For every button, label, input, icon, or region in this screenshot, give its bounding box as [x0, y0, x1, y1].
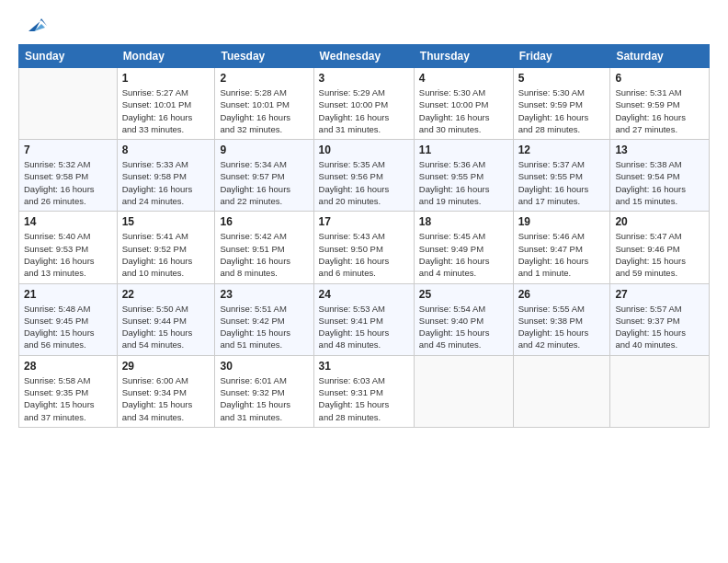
day-number: 15: [122, 215, 210, 228]
day-number: 1: [122, 72, 210, 85]
logo-icon: [21, 11, 49, 39]
day-number: 7: [24, 144, 112, 156]
day-info: Sunrise: 5:29 AM Sunset: 10:00 PM Daylig…: [319, 86, 409, 135]
day-info: Sunrise: 5:30 AM Sunset: 10:00 PM Daylig…: [419, 86, 508, 135]
day-info: Sunrise: 5:37 AM Sunset: 9:55 PM Dayligh…: [518, 158, 606, 207]
day-info: Sunrise: 5:42 AM Sunset: 9:51 PM Dayligh…: [220, 230, 308, 279]
day-cell: [513, 355, 610, 427]
day-cell: 9Sunrise: 5:34 AM Sunset: 9:57 PM Daylig…: [215, 140, 313, 212]
day-cell: 26Sunrise: 5:55 AM Sunset: 9:38 PM Dayli…: [513, 283, 610, 355]
day-info: Sunrise: 5:32 AM Sunset: 9:58 PM Dayligh…: [24, 158, 112, 207]
day-number: 20: [615, 215, 704, 228]
header-row: SundayMondayTuesdayWednesdayThursdayFrid…: [19, 45, 710, 68]
day-cell: 6Sunrise: 5:31 AM Sunset: 9:59 PM Daylig…: [610, 68, 710, 140]
day-number: 16: [220, 215, 308, 228]
day-info: Sunrise: 5:31 AM Sunset: 9:59 PM Dayligh…: [615, 86, 704, 135]
week-row-2: 7Sunrise: 5:32 AM Sunset: 9:58 PM Daylig…: [19, 140, 710, 212]
day-number: 17: [319, 215, 409, 228]
day-cell: 1Sunrise: 5:27 AM Sunset: 10:01 PM Dayli…: [117, 68, 215, 140]
logo: [18, 15, 49, 39]
week-row-1: 1Sunrise: 5:27 AM Sunset: 10:01 PM Dayli…: [19, 68, 710, 140]
day-number: 4: [419, 72, 508, 85]
col-header-wednesday: Wednesday: [313, 45, 414, 68]
day-cell: 22Sunrise: 5:50 AM Sunset: 9:44 PM Dayli…: [117, 283, 215, 355]
day-info: Sunrise: 6:03 AM Sunset: 9:31 PM Dayligh…: [319, 374, 409, 423]
day-number: 18: [419, 215, 508, 228]
day-cell: 28Sunrise: 5:58 AM Sunset: 9:35 PM Dayli…: [19, 355, 118, 427]
day-info: Sunrise: 5:41 AM Sunset: 9:52 PM Dayligh…: [122, 230, 210, 279]
day-info: Sunrise: 5:57 AM Sunset: 9:37 PM Dayligh…: [615, 303, 704, 351]
day-info: Sunrise: 5:54 AM Sunset: 9:40 PM Dayligh…: [419, 303, 508, 351]
day-cell: 11Sunrise: 5:36 AM Sunset: 9:55 PM Dayli…: [414, 140, 513, 212]
day-number: 6: [615, 72, 704, 85]
col-header-monday: Monday: [117, 45, 215, 68]
day-number: 10: [319, 144, 409, 156]
week-row-4: 21Sunrise: 5:48 AM Sunset: 9:45 PM Dayli…: [19, 283, 710, 355]
page: SundayMondayTuesdayWednesdayThursdayFrid…: [0, 0, 728, 442]
day-number: 30: [220, 360, 308, 373]
day-number: 31: [319, 360, 409, 373]
day-info: Sunrise: 5:33 AM Sunset: 9:58 PM Dayligh…: [122, 158, 210, 207]
header: [18, 15, 710, 39]
day-info: Sunrise: 5:55 AM Sunset: 9:38 PM Dayligh…: [518, 303, 606, 351]
day-info: Sunrise: 5:46 AM Sunset: 9:47 PM Dayligh…: [518, 230, 606, 279]
day-number: 12: [518, 144, 606, 156]
day-cell: 4Sunrise: 5:30 AM Sunset: 10:00 PM Dayli…: [414, 68, 513, 140]
col-header-thursday: Thursday: [414, 45, 513, 68]
day-cell: 13Sunrise: 5:38 AM Sunset: 9:54 PM Dayli…: [610, 140, 710, 212]
day-cell: 16Sunrise: 5:42 AM Sunset: 9:51 PM Dayli…: [215, 212, 313, 283]
col-header-friday: Friday: [513, 45, 610, 68]
day-number: 3: [319, 72, 409, 85]
day-info: Sunrise: 6:01 AM Sunset: 9:32 PM Dayligh…: [220, 374, 308, 423]
day-number: 8: [122, 144, 210, 156]
day-cell: 24Sunrise: 5:53 AM Sunset: 9:41 PM Dayli…: [313, 283, 414, 355]
col-header-saturday: Saturday: [610, 45, 710, 68]
day-info: Sunrise: 5:43 AM Sunset: 9:50 PM Dayligh…: [319, 230, 409, 279]
day-number: 29: [122, 360, 210, 373]
day-cell: 21Sunrise: 5:48 AM Sunset: 9:45 PM Dayli…: [19, 283, 118, 355]
day-cell: 23Sunrise: 5:51 AM Sunset: 9:42 PM Dayli…: [215, 283, 313, 355]
day-info: Sunrise: 6:00 AM Sunset: 9:34 PM Dayligh…: [122, 374, 210, 423]
day-number: 19: [518, 215, 606, 228]
day-cell: 25Sunrise: 5:54 AM Sunset: 9:40 PM Dayli…: [414, 283, 513, 355]
day-cell: 10Sunrise: 5:35 AM Sunset: 9:56 PM Dayli…: [313, 140, 414, 212]
day-info: Sunrise: 5:47 AM Sunset: 9:46 PM Dayligh…: [615, 230, 704, 279]
day-number: 9: [220, 144, 308, 156]
day-info: Sunrise: 5:45 AM Sunset: 9:49 PM Dayligh…: [419, 230, 508, 279]
day-number: 5: [518, 72, 606, 85]
day-cell: 2Sunrise: 5:28 AM Sunset: 10:01 PM Dayli…: [215, 68, 313, 140]
day-number: 24: [319, 288, 409, 301]
day-number: 21: [24, 288, 112, 301]
day-cell: [610, 355, 710, 427]
day-info: Sunrise: 5:36 AM Sunset: 9:55 PM Dayligh…: [419, 158, 508, 207]
day-number: 23: [220, 288, 308, 301]
day-cell: 30Sunrise: 6:01 AM Sunset: 9:32 PM Dayli…: [215, 355, 313, 427]
day-info: Sunrise: 5:58 AM Sunset: 9:35 PM Dayligh…: [24, 374, 112, 423]
day-info: Sunrise: 5:51 AM Sunset: 9:42 PM Dayligh…: [220, 303, 308, 351]
day-number: 28: [24, 360, 112, 373]
day-number: 26: [518, 288, 606, 301]
day-cell: 19Sunrise: 5:46 AM Sunset: 9:47 PM Dayli…: [513, 212, 610, 283]
day-cell: 8Sunrise: 5:33 AM Sunset: 9:58 PM Daylig…: [117, 140, 215, 212]
day-number: 22: [122, 288, 210, 301]
day-cell: [19, 68, 118, 140]
day-cell: 15Sunrise: 5:41 AM Sunset: 9:52 PM Dayli…: [117, 212, 215, 283]
day-cell: 5Sunrise: 5:30 AM Sunset: 9:59 PM Daylig…: [513, 68, 610, 140]
calendar-table: SundayMondayTuesdayWednesdayThursdayFrid…: [18, 44, 710, 428]
week-row-3: 14Sunrise: 5:40 AM Sunset: 9:53 PM Dayli…: [19, 212, 710, 283]
day-info: Sunrise: 5:30 AM Sunset: 9:59 PM Dayligh…: [518, 86, 606, 135]
day-number: 27: [615, 288, 704, 301]
day-info: Sunrise: 5:53 AM Sunset: 9:41 PM Dayligh…: [319, 303, 409, 351]
col-header-sunday: Sunday: [19, 45, 118, 68]
day-cell: [414, 355, 513, 427]
day-info: Sunrise: 5:28 AM Sunset: 10:01 PM Daylig…: [220, 86, 308, 135]
day-cell: 3Sunrise: 5:29 AM Sunset: 10:00 PM Dayli…: [313, 68, 414, 140]
day-cell: 17Sunrise: 5:43 AM Sunset: 9:50 PM Dayli…: [313, 212, 414, 283]
day-number: 14: [24, 215, 112, 228]
day-info: Sunrise: 5:40 AM Sunset: 9:53 PM Dayligh…: [24, 230, 112, 279]
day-info: Sunrise: 5:48 AM Sunset: 9:45 PM Dayligh…: [24, 303, 112, 351]
day-info: Sunrise: 5:35 AM Sunset: 9:56 PM Dayligh…: [319, 158, 409, 207]
day-cell: 31Sunrise: 6:03 AM Sunset: 9:31 PM Dayli…: [313, 355, 414, 427]
day-cell: 18Sunrise: 5:45 AM Sunset: 9:49 PM Dayli…: [414, 212, 513, 283]
day-cell: 20Sunrise: 5:47 AM Sunset: 9:46 PM Dayli…: [610, 212, 710, 283]
